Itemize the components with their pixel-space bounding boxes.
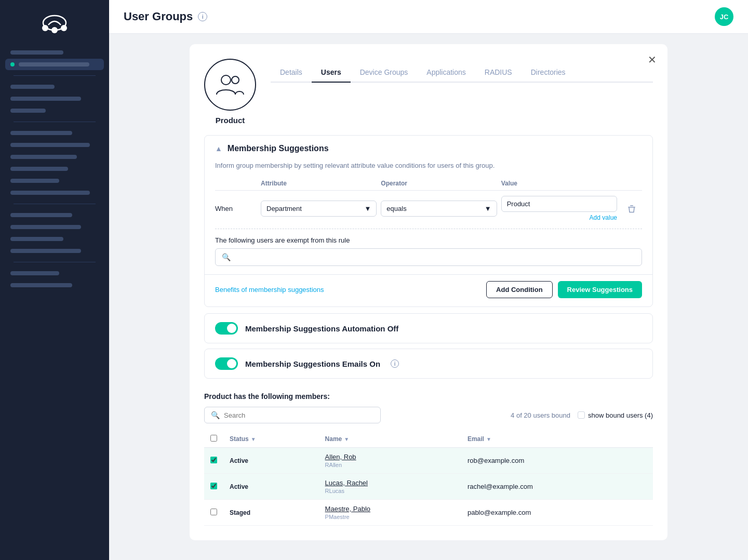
sidebar-item-3[interactable]: [5, 93, 104, 104]
col-action: [621, 180, 642, 187]
sidebar-item-5[interactable]: [5, 127, 104, 139]
sidebar-item-2[interactable]: [5, 81, 104, 92]
row-name: Maestre, PabloPMaestre: [319, 500, 461, 526]
members-search-input[interactable]: [224, 411, 374, 419]
exempt-search-input[interactable]: [235, 254, 635, 261]
row-name: Allen, RobRAllen: [319, 448, 461, 474]
condition-when-label: When: [215, 205, 257, 212]
membership-suggestions-section: ▲ Membership Suggestions Inform group me…: [204, 135, 653, 307]
col-when: [215, 180, 257, 187]
status-sort-arrow: ▼: [251, 436, 256, 442]
col-value: Value: [501, 180, 617, 187]
col-name-header: Name ▼: [319, 431, 461, 448]
profile-header: Product Details Users Device Groups Appl…: [190, 44, 667, 125]
row-select-checkbox[interactable]: [210, 457, 217, 463]
collapse-icon[interactable]: ▲: [215, 144, 222, 153]
tab-radius[interactable]: RADIUS: [475, 63, 522, 83]
select-all-checkbox[interactable]: [210, 435, 217, 442]
section-content: ▲ Membership Suggestions Inform group me…: [190, 125, 667, 540]
sidebar-item-13[interactable]: [5, 233, 104, 245]
sidebar-item-4[interactable]: [5, 105, 104, 116]
tab-device-groups[interactable]: Device Groups: [351, 63, 418, 83]
member-name-link[interactable]: Maestre, Pablo: [325, 505, 455, 513]
sidebar-item-16[interactable]: [5, 279, 104, 291]
header: User Groups i JC: [109, 0, 748, 34]
members-search-icon: 🔍: [211, 411, 220, 419]
status-sort[interactable]: Status ▼: [230, 435, 313, 443]
page-title: User Groups: [124, 10, 193, 23]
table-row: ActiveAllen, RobRAllenrob@example.com: [204, 448, 653, 474]
row-checkbox-cell: [204, 448, 223, 474]
member-name-link[interactable]: Lucas, Rachel: [325, 479, 455, 487]
col-operator: Operator: [381, 180, 497, 187]
exempt-section: The following users are exempt from this…: [205, 236, 652, 274]
name-sort[interactable]: Name ▼: [325, 435, 455, 443]
member-name-link[interactable]: Allen, Rob: [325, 453, 455, 461]
sidebar-item-15[interactable]: [5, 268, 104, 279]
emails-toggle-knob: [227, 359, 236, 368]
automation-toggle[interactable]: [215, 322, 238, 335]
svg-point-4: [221, 75, 231, 85]
conditions-header: Attribute Operator Value: [215, 177, 642, 191]
member-username: RAllen: [325, 462, 455, 468]
emails-info-icon[interactable]: i: [391, 359, 399, 368]
main-area: User Groups i JC ✕: [109, 0, 748, 560]
sidebar-item-11[interactable]: [5, 209, 104, 221]
sidebar-item-12[interactable]: [5, 221, 104, 233]
svg-rect-6: [628, 207, 635, 208]
members-table: Status ▼ Name ▼: [204, 431, 653, 526]
automation-toggle-section: Membership Suggestions Automation Off: [204, 313, 653, 343]
members-search-wrap: 🔍: [204, 407, 381, 423]
sidebar-item-1[interactable]: [5, 59, 104, 70]
sidebar-item-8[interactable]: [5, 163, 104, 175]
row-select-checkbox[interactable]: [210, 509, 217, 515]
close-button[interactable]: ✕: [645, 52, 659, 67]
header-info-icon[interactable]: i: [198, 12, 207, 21]
profile-avatar-wrap: Product: [204, 59, 256, 125]
tab-users[interactable]: Users: [312, 63, 351, 83]
tab-details[interactable]: Details: [271, 63, 312, 83]
membership-header[interactable]: ▲ Membership Suggestions: [205, 136, 652, 162]
emails-toggle[interactable]: [215, 357, 238, 370]
row-select-checkbox[interactable]: [210, 483, 217, 489]
delete-condition-icon[interactable]: [621, 204, 642, 214]
tabs: Details Users Device Groups Applications…: [271, 63, 653, 83]
add-value-link[interactable]: Add value: [501, 214, 617, 221]
sidebar-item-0[interactable]: [5, 47, 104, 58]
email-sort[interactable]: Email ▼: [468, 435, 647, 443]
svg-rect-7: [630, 205, 633, 206]
table-row: ActiveLucas, RachelRLucasrachel@example.…: [204, 474, 653, 500]
automation-label: Membership Suggestions Automation Off: [245, 324, 398, 333]
show-bound-checkbox[interactable]: [578, 411, 585, 419]
status-badge: Active: [230, 483, 248, 490]
header-title-group: User Groups i: [124, 10, 207, 23]
avatar: JC: [715, 7, 733, 26]
sidebar-item-6[interactable]: [5, 139, 104, 151]
table-row: StagedMaestre, PabloPMaestrepablo@exampl…: [204, 500, 653, 526]
attribute-dropdown-icon: ▼: [364, 205, 371, 212]
value-cell: Add value: [501, 196, 617, 221]
show-bound-wrap: show bound users (4): [578, 411, 653, 419]
attribute-select[interactable]: Department ▼: [261, 201, 377, 217]
exempt-label: The following users are exempt from this…: [215, 236, 642, 244]
sidebar-item-9[interactable]: [5, 175, 104, 186]
operator-select[interactable]: equals ▼: [381, 201, 497, 217]
sidebar-item-10[interactable]: [5, 187, 104, 198]
benefits-link[interactable]: Benefits of membership suggestions: [215, 286, 324, 294]
sidebar-item-14[interactable]: [5, 245, 104, 257]
add-condition-button[interactable]: Add Condition: [486, 281, 553, 298]
row-email: pablo@example.com: [461, 500, 653, 526]
show-bound-label[interactable]: show bound users (4): [588, 411, 653, 419]
member-username: PMaestre: [325, 514, 455, 520]
review-suggestions-button[interactable]: Review Suggestions: [558, 281, 642, 298]
svg-point-5: [232, 76, 239, 84]
svg-point-1: [42, 25, 48, 31]
sidebar-item-7[interactable]: [5, 151, 104, 163]
row-status: Active: [223, 448, 319, 474]
condition-value-input[interactable]: [501, 196, 617, 212]
status-badge: Staged: [230, 509, 250, 516]
col-email-header: Email ▼: [461, 431, 653, 448]
tab-directories[interactable]: Directories: [522, 63, 575, 83]
members-controls: 🔍 4 of 20 users bound show bound users (…: [204, 407, 653, 423]
tab-applications[interactable]: Applications: [417, 63, 475, 83]
